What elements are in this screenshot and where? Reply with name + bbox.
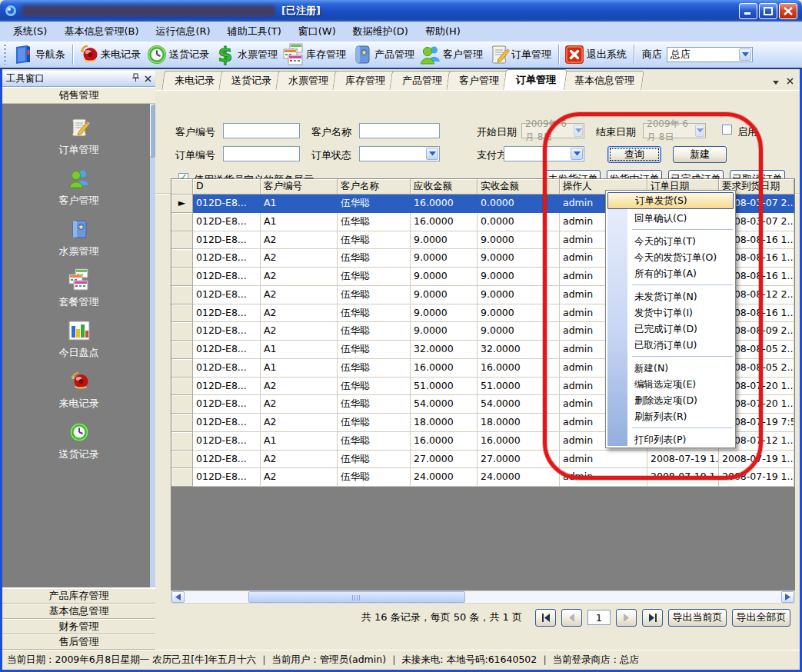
menubar-item-4[interactable]: 辅助工具(T) — [219, 22, 290, 41]
tab-list-chevron-down-icon[interactable] — [773, 75, 779, 87]
chevron-down-icon[interactable] — [739, 48, 751, 61]
context-menu-item-8[interactable]: 未发货订单(N) — [606, 288, 735, 304]
sidebar-item-today-inventory[interactable]: 今日盘点 — [33, 318, 125, 360]
row-selector-cell[interactable] — [171, 414, 193, 432]
sidebar-section-sales[interactable]: 销售管理 — [2, 87, 155, 104]
chevron-down-icon[interactable] — [571, 148, 583, 160]
context-menu-item-9[interactable]: 发货中订单(I) — [606, 304, 735, 321]
maximize-button[interactable] — [759, 3, 777, 19]
table-row[interactable]: 012D-E8...A2伍华聪27.000027.0000admin2008-0… — [171, 451, 794, 469]
pay-method-combobox[interactable] — [504, 146, 584, 161]
toolbar-inventory-button[interactable]: 库存管理 — [281, 42, 350, 67]
context-menu-item-5[interactable]: 今天的发货订单(O) — [606, 249, 735, 265]
new-button[interactable]: 新建 — [673, 146, 727, 163]
tab-4[interactable]: 库存管理 — [332, 71, 395, 90]
sidebar-section-button-3[interactable]: 财务管理 — [2, 619, 155, 634]
row-selector-cell[interactable] — [171, 378, 193, 396]
tab-close-icon[interactable] — [787, 75, 794, 87]
row-selector-cell[interactable] — [171, 249, 193, 268]
start-date-picker[interactable]: 2009年 6月 8日 — [521, 123, 584, 138]
menubar-item-2[interactable]: 基本信息管理(B) — [55, 22, 147, 41]
tab-7[interactable]: 订单管理 — [503, 69, 567, 90]
context-menu-item-4[interactable]: 今天的订单(T) — [606, 233, 735, 249]
last-page-button[interactable] — [642, 609, 663, 627]
toolbar-exit-system-button[interactable]: 退出系统 — [562, 42, 631, 67]
sidebar-item-water-ticket[interactable]: 水票管理 — [33, 216, 125, 258]
table-row[interactable]: 012D-E8...A2伍华聪24.000024.0000admin2008-0… — [171, 468, 794, 487]
horizontal-scrollbar[interactable] — [171, 590, 795, 604]
sidebar-item-delivery-records[interactable]: 送货记录 — [33, 419, 125, 461]
tab-5[interactable]: 产品管理 — [389, 71, 452, 90]
toolbar-customer-button[interactable]: 客户管理 — [418, 42, 487, 67]
scroll-right-arrow-icon[interactable] — [781, 591, 794, 603]
toolbar-order-button[interactable]: 订单管理 — [487, 42, 555, 67]
scrollbar-thumb[interactable] — [248, 591, 465, 603]
tab-2[interactable]: 送货记录 — [218, 71, 281, 90]
context-menu-item-2[interactable]: 回单确认(C) — [606, 210, 735, 226]
tab-8[interactable]: 基本信息管理 — [561, 71, 644, 90]
pin-icon[interactable] — [131, 73, 140, 85]
enable-checkbox[interactable] — [722, 125, 732, 135]
column-header-selector[interactable] — [171, 179, 193, 195]
tab-3[interactable]: 水票管理 — [275, 71, 338, 90]
row-selector-cell[interactable]: ► — [171, 195, 193, 213]
row-selector-cell[interactable] — [171, 213, 193, 231]
row-selector-cell[interactable] — [171, 451, 193, 469]
toolbar-grip[interactable] — [4, 45, 6, 65]
query-button[interactable]: 查询 — [607, 146, 661, 163]
row-selector-cell[interactable] — [171, 268, 193, 286]
context-menu-item-1[interactable]: 订单发货(S) — [607, 192, 734, 209]
context-menu-item-16[interactable]: 刷新列表(R) — [606, 408, 735, 424]
close-icon[interactable] — [145, 73, 151, 85]
toolbar-product-button[interactable]: 产品管理 — [350, 42, 418, 67]
row-selector-cell[interactable] — [171, 286, 193, 304]
next-page-button[interactable] — [616, 609, 637, 627]
context-menu-item-15[interactable]: 删除选定项(D) — [606, 392, 735, 408]
row-selector-cell[interactable] — [171, 395, 193, 414]
toolbar-delivery-records-button[interactable]: 送货记录 — [145, 42, 213, 67]
menubar-item-3[interactable]: 运行信息(R) — [147, 22, 218, 41]
sidebar-item-call-records[interactable]: 来电记录 — [33, 368, 125, 411]
column-header-4[interactable]: 应收金额 — [411, 179, 478, 195]
row-selector-cell[interactable] — [171, 359, 193, 378]
column-header-2[interactable]: 客户编号 — [261, 179, 338, 195]
context-menu-item-11[interactable]: 已取消订单(U) — [606, 337, 735, 353]
sidebar-section-button-1[interactable]: 产品库存管理 — [2, 588, 155, 604]
sidebar-item-package[interactable]: 套餐管理 — [33, 267, 125, 309]
tab-1[interactable]: 来电记录 — [161, 71, 225, 90]
sidebar-scrollbar[interactable] — [150, 104, 155, 587]
end-date-picker[interactable]: 2009年 6月 8日 — [643, 123, 706, 138]
sidebar-item-order[interactable]: 订单管理 — [33, 115, 125, 157]
shop-combobox[interactable]: 总店 — [667, 47, 753, 62]
context-menu-item-18[interactable]: 打印列表(P) — [606, 431, 735, 447]
scroll-left-arrow-icon[interactable] — [171, 591, 185, 603]
row-selector-cell[interactable] — [171, 432, 193, 451]
row-selector-cell[interactable] — [171, 322, 193, 341]
customer-name-input[interactable] — [359, 123, 440, 138]
toolbar-water-ticket-button[interactable]: $水票管理 — [213, 42, 281, 67]
column-header-3[interactable]: 客户名称 — [338, 179, 411, 195]
chevron-down-icon[interactable] — [426, 148, 438, 160]
minimize-button[interactable] — [739, 3, 757, 19]
menubar-item-1[interactable]: 系统(S) — [5, 22, 55, 41]
customer-no-input[interactable] — [223, 123, 300, 138]
export-all-pages-button[interactable]: 导出全部页 — [732, 609, 790, 627]
context-menu-item-6[interactable]: 所有的订单(A) — [606, 265, 735, 281]
menubar-item-6[interactable]: 数据维护(D) — [344, 22, 417, 41]
order-no-input[interactable] — [223, 146, 300, 161]
prev-page-button[interactable] — [561, 609, 582, 627]
first-page-button[interactable] — [535, 609, 556, 627]
row-selector-cell[interactable] — [171, 304, 193, 323]
toolbar-call-records-button[interactable]: 来电记录 — [76, 42, 145, 67]
column-header-5[interactable]: 实收金额 — [478, 179, 560, 195]
menubar-item-5[interactable]: 窗口(W) — [290, 22, 344, 41]
row-selector-cell[interactable] — [171, 231, 193, 250]
row-selector-cell[interactable] — [171, 468, 193, 487]
export-current-page-button[interactable]: 导出当前页 — [668, 609, 727, 627]
order-status-combobox[interactable] — [359, 146, 440, 161]
page-number-input[interactable] — [587, 610, 611, 625]
context-menu-item-14[interactable]: 编辑选定项(E) — [606, 376, 735, 392]
context-menu-item-10[interactable]: 已完成订单(D) — [606, 321, 735, 337]
row-selector-cell[interactable] — [171, 341, 193, 359]
sidebar-section-button-2[interactable]: 基本信息管理 — [2, 604, 155, 619]
